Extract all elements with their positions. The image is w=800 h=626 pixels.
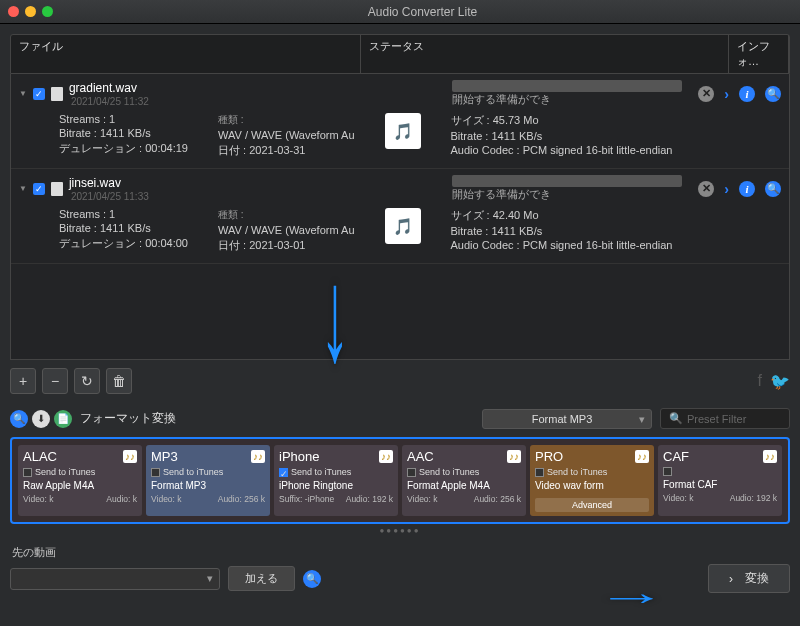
disclosure-icon[interactable]: ▼ (19, 89, 27, 98)
destination-label: 先の動画 (12, 545, 790, 560)
bitrate: Bitrate : 1411 KB/s (59, 222, 188, 234)
music-note-icon: ♪♪ (635, 450, 649, 463)
format-card-iphone[interactable]: iPhone♪♪ ✓Send to iTunes iPhone Ringtone… (274, 445, 398, 516)
file-details: Streams : 1 Bitrate : 1411 KB/s デュレーション … (19, 202, 781, 257)
send-itunes-checkbox[interactable] (151, 468, 160, 477)
file-date-detail: 日付 : 2021-03-01 (218, 238, 355, 253)
send-itunes-checkbox[interactable]: ✓ (279, 468, 288, 477)
file-details: Streams : 1 Bitrate : 1411 KB/s デュレーション … (19, 107, 781, 162)
col-status[interactable]: ステータス (361, 35, 729, 73)
thumbnail-icon: 🎵 (385, 113, 421, 149)
file-row[interactable]: ▼ ✓ gradient.wav 2021/04/25 11:32 開始する準備… (11, 74, 789, 169)
format-card-aac[interactable]: AAC♪♪ Send to iTunes Format Apple M4A Vi… (402, 445, 526, 516)
music-note-icon: ♪♪ (507, 450, 521, 463)
duration: デュレーション : 00:04:19 (59, 141, 188, 156)
search-icon[interactable]: 🔍 (765, 86, 781, 102)
search-icon: 🔍 (669, 412, 683, 425)
window-controls (8, 6, 53, 17)
format-cards: ALAC♪♪ Send to iTunes Raw Apple M4A Vide… (10, 437, 790, 524)
music-note-icon: ♪♪ (763, 450, 777, 463)
streams: Streams : 1 (59, 113, 188, 125)
chevron-right-icon: › (729, 572, 733, 586)
destination-select[interactable] (10, 568, 220, 590)
status-text: 開始する準備ができ (452, 92, 688, 107)
file-list: ▼ ✓ gradient.wav 2021/04/25 11:32 開始する準備… (10, 74, 790, 360)
add-button[interactable]: + (10, 368, 36, 394)
format-card-mp3[interactable]: MP3♪♪ Send to iTunes Format MP3 Video: k… (146, 445, 270, 516)
send-itunes-checkbox[interactable] (407, 468, 416, 477)
col-file[interactable]: ファイル (11, 35, 361, 73)
format-card-pro[interactable]: PRO♪♪ Send to iTunes Video wav form Adva… (530, 445, 654, 516)
pager-dots[interactable]: ●●●●●● (10, 526, 790, 535)
zoom-window[interactable] (42, 6, 53, 17)
progress-bar (452, 175, 682, 187)
preset-filter-input[interactable]: 🔍 Preset Filter (660, 408, 790, 429)
progress-bar (452, 80, 682, 92)
streams: Streams : 1 (59, 208, 188, 220)
browse-icon[interactable]: 🔍 (303, 570, 321, 588)
copy-preset-icon[interactable]: 📄 (54, 410, 72, 428)
advanced-button[interactable]: Advanced (535, 498, 649, 512)
file-list-header: ファイル ステータス インフォ… (10, 34, 790, 74)
cancel-icon[interactable]: ✕ (698, 181, 714, 197)
file-date: 2021/04/25 11:32 (71, 96, 149, 107)
file-date: 2021/04/25 11:33 (71, 191, 149, 202)
status-text: 開始する準備ができ (452, 187, 688, 202)
next-icon[interactable]: › (724, 181, 729, 197)
format-section-label: フォーマット変換 (80, 410, 176, 427)
duration: デュレーション : 00:04:00 (59, 236, 188, 251)
remove-button[interactable]: − (42, 368, 68, 394)
checkbox[interactable]: ✓ (33, 88, 45, 100)
size: サイズ : 42.40 Mo (451, 208, 673, 223)
send-itunes-checkbox[interactable] (663, 467, 672, 476)
refresh-button[interactable]: ↻ (74, 368, 100, 394)
disclosure-icon[interactable]: ▼ (19, 184, 27, 193)
file-date-detail: 日付 : 2021-03-31 (218, 143, 355, 158)
search-icon[interactable]: 🔍 (765, 181, 781, 197)
file-icon (51, 182, 63, 196)
checkbox[interactable]: ✓ (33, 183, 45, 195)
send-itunes-checkbox[interactable] (23, 468, 32, 477)
kind: WAV / WAVE (Waveform Au (218, 129, 355, 141)
cancel-icon[interactable]: ✕ (698, 86, 714, 102)
kind-label: 種類 : (218, 113, 355, 127)
file-icon (51, 87, 63, 101)
format-select[interactable]: Format MP3 (482, 409, 652, 429)
size: サイズ : 45.73 Mo (451, 113, 673, 128)
music-note-icon: ♪♪ (251, 450, 265, 463)
music-note-icon: ♪♪ (123, 450, 137, 463)
format-card-alac[interactable]: ALAC♪♪ Send to iTunes Raw Apple M4A Vide… (18, 445, 142, 516)
info-icon[interactable]: i (739, 86, 755, 102)
file-name: jinsei.wav (69, 176, 121, 190)
codec: Audio Codec : PCM signed 16-bit little-e… (451, 144, 673, 156)
kind: WAV / WAVE (Waveform Au (218, 224, 355, 236)
next-icon[interactable]: › (724, 86, 729, 102)
list-toolbar: + − ↻ 🗑 f 🐦 (10, 368, 790, 394)
bitrate2: Bitrate : 1411 KB/s (451, 130, 673, 142)
trash-button[interactable]: 🗑 (106, 368, 132, 394)
minimize-window[interactable] (25, 6, 36, 17)
file-row[interactable]: ▼ ✓ jinsei.wav 2021/04/25 11:33 開始する準備がで… (11, 169, 789, 264)
format-header: 🔍 ⬇ 📄 フォーマット変換 Format MP3 🔍 Preset Filte… (10, 408, 790, 429)
bitrate: Bitrate : 1411 KB/s (59, 127, 188, 139)
search-preset-icon[interactable]: 🔍 (10, 410, 28, 428)
titlebar: Audio Converter Lite (0, 0, 800, 24)
info-icon[interactable]: i (739, 181, 755, 197)
kind-label: 種類 : (218, 208, 355, 222)
download-preset-icon[interactable]: ⬇ (32, 410, 50, 428)
file-name: gradient.wav (69, 81, 137, 95)
music-note-icon: ♪♪ (379, 450, 393, 463)
format-card-caf[interactable]: CAF♪♪ Format CAF Video: kAudio: 192 k (658, 445, 782, 516)
close-window[interactable] (8, 6, 19, 17)
convert-button[interactable]: › 変換 (708, 564, 790, 593)
col-info[interactable]: インフォ… (729, 35, 789, 73)
add-destination-button[interactable]: 加える (228, 566, 295, 591)
window-title: Audio Converter Lite (53, 5, 792, 19)
codec: Audio Codec : PCM signed 16-bit little-e… (451, 239, 673, 251)
facebook-icon[interactable]: f (758, 372, 762, 391)
bitrate2: Bitrate : 1411 KB/s (451, 225, 673, 237)
thumbnail-icon: 🎵 (385, 208, 421, 244)
send-itunes-checkbox[interactable] (535, 468, 544, 477)
twitter-icon[interactable]: 🐦 (770, 372, 790, 391)
